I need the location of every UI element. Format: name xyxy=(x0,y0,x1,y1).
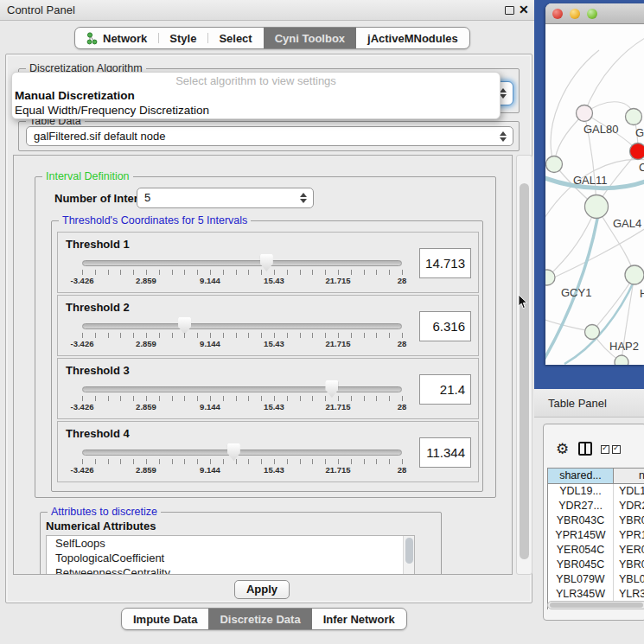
node-table[interactable]: shared... n YDL19...YDL1YDR27...YDR2YBR0… xyxy=(547,468,644,609)
settings-vertical-scrollbar[interactable] xyxy=(516,155,532,575)
table-row[interactable]: YBR045CYBR0 xyxy=(548,558,644,572)
threshold-slider-track[interactable] xyxy=(82,260,402,266)
attributes-scrollbar[interactable] xyxy=(403,536,414,575)
threshold-panel: Threshold 2-3.4262.8599.14415.4321.71528… xyxy=(57,295,479,356)
network-node[interactable] xyxy=(625,265,644,284)
threshold-slider-thumb[interactable] xyxy=(227,443,240,461)
threshold-value-field[interactable]: 21.4 xyxy=(419,374,471,405)
threshold-slider-thumb[interactable] xyxy=(178,317,191,335)
tab-impute-data[interactable]: Impute Data xyxy=(122,609,208,629)
zoom-traffic-light-icon[interactable] xyxy=(587,9,597,19)
attribute-list-item[interactable]: BetweennessCentrality xyxy=(47,565,414,575)
combo-stepper-icon xyxy=(299,193,307,203)
tab-network[interactable]: Network xyxy=(75,28,158,48)
table-row[interactable]: YBR043CYBR0 xyxy=(548,513,644,528)
threshold-slider-track[interactable] xyxy=(82,386,402,392)
table-row[interactable]: YER054CYER0 xyxy=(548,543,644,558)
network-node[interactable] xyxy=(615,355,628,365)
threshold-tick-marks xyxy=(82,459,403,464)
table-panel-titlebar: Table Panel xyxy=(534,389,644,418)
network-node-label: H xyxy=(640,287,644,300)
threshold-slider-track[interactable] xyxy=(82,450,402,456)
threshold-label: Threshold 3 xyxy=(66,364,130,377)
checkbox-icon[interactable] xyxy=(612,445,621,454)
network-node[interactable] xyxy=(585,195,609,219)
column-header-shared[interactable]: shared... xyxy=(548,469,614,483)
algorithm-dropdown: Select algorithm to view settings Manual… xyxy=(11,72,501,119)
network-node-label: C xyxy=(639,161,644,174)
close-icon[interactable]: ✕ xyxy=(519,3,529,16)
attributes-scrollbar-thumb[interactable] xyxy=(405,538,413,564)
table-row[interactable]: YLR345WYLR3 xyxy=(548,587,644,602)
settings-scrollpane: Interval Definition Number of Intervals … xyxy=(13,155,513,575)
network-canvas[interactable]: GAL80GACGAL11GAL4GCY1HHAP2 xyxy=(545,24,644,365)
column-layout-icon[interactable] xyxy=(578,442,592,456)
checkbox-icon[interactable] xyxy=(601,445,609,454)
tab-infer-network[interactable]: Infer Network xyxy=(312,609,406,629)
threshold-slider-thumb[interactable] xyxy=(325,380,338,398)
network-node-label: GCY1 xyxy=(561,286,591,299)
threshold-value-field[interactable]: 14.713 xyxy=(419,248,471,278)
table-panel: Table Panel ⚙ shared... n YDL19...YDL1YD… xyxy=(534,389,644,644)
gear-icon[interactable]: ⚙ xyxy=(556,440,569,458)
network-node[interactable] xyxy=(546,156,563,173)
attribute-list-item[interactable]: TopologicalCoefficient xyxy=(47,551,414,565)
numerical-attributes-list[interactable]: SelfLoopsTopologicalCoefficientBetweenne… xyxy=(46,535,415,575)
table-header-row: shared... n xyxy=(548,469,644,484)
cyni-toolbox-panel: Discretization Algorithm Table Data galF… xyxy=(5,54,532,603)
interval-definition-group: Interval Definition Number of Intervals … xyxy=(35,176,496,498)
threshold-value-field[interactable]: 6.316 xyxy=(419,311,471,341)
network-node[interactable] xyxy=(630,143,644,160)
column-header-name[interactable]: n xyxy=(614,469,644,483)
table-browser-panel: ⚙ shared... n YDL19...YDL1YDR27...YDR2YB… xyxy=(543,424,644,621)
network-node[interactable] xyxy=(545,270,555,285)
threshold-slider-track[interactable] xyxy=(82,323,402,329)
network-window-titlebar[interactable] xyxy=(545,3,644,24)
threshold-slider-thumb[interactable] xyxy=(260,254,273,271)
tab-cyni-toolbox[interactable]: Cyni Toolbox xyxy=(264,28,356,48)
table-panel-title: Table Panel xyxy=(548,397,607,410)
network-node-label: GAL80 xyxy=(583,123,618,136)
float-window-icon[interactable] xyxy=(505,6,514,15)
dropdown-option-equal-width[interactable]: Equal Width/Frequency Discretization xyxy=(12,103,500,118)
table-data-combo[interactable]: galFiltered.sif default node xyxy=(26,126,513,146)
network-window[interactable]: GAL80GACGAL11GAL4GCY1HHAP2 xyxy=(545,3,644,365)
threshold-value-field[interactable]: 11.344 xyxy=(419,437,471,468)
threshold-panel: Threshold 1-3.4262.8599.14415.4321.71528… xyxy=(57,232,479,293)
tab-jactivemnodules[interactable]: jActiveMNodules xyxy=(356,28,469,48)
network-node-label: GA xyxy=(635,126,644,139)
network-node-label: GAL4 xyxy=(613,217,641,230)
tab-discretize-data[interactable]: Discretize Data xyxy=(208,609,311,629)
table-scrollbar-thumb[interactable] xyxy=(550,603,643,608)
network-node[interactable] xyxy=(577,105,593,122)
table-horizontal-scrollbar[interactable] xyxy=(547,601,644,609)
thresholds-list: Threshold 1-3.4262.8599.14415.4321.71528… xyxy=(57,232,479,484)
settings-scrollbar-thumb[interactable] xyxy=(520,183,529,559)
attr-items: SelfLoopsTopologicalCoefficientBetweenne… xyxy=(47,536,414,575)
table-row[interactable]: YPR145WYPR1 xyxy=(548,528,644,543)
threshold-tick-labels: -3.4262.8599.14415.4321.71528 xyxy=(82,465,402,475)
network-node-label: GAL11 xyxy=(573,174,608,187)
threshold-panel: Threshold 3-3.4262.8599.14415.4321.71528… xyxy=(57,358,479,419)
tab-select[interactable]: Select xyxy=(207,28,263,48)
table-row[interactable]: YDR27...YDR2 xyxy=(548,499,644,513)
dropdown-option-manual[interactable]: Manual Discretization xyxy=(12,88,500,103)
close-traffic-light-icon[interactable] xyxy=(552,9,563,19)
interval-definition-title: Interval Definition xyxy=(42,170,133,182)
control-panel-titlebar: Control Panel ✕ xyxy=(0,0,534,21)
number-of-intervals-combo[interactable]: 5 xyxy=(137,188,314,208)
screen: Control Panel ✕ Network Style Select xyxy=(0,0,644,644)
apply-button[interactable]: Apply xyxy=(234,580,290,599)
attributes-group-title: Attributes to discretize xyxy=(48,506,161,518)
network-node[interactable] xyxy=(585,325,600,340)
attribute-list-item[interactable]: SelfLoops xyxy=(47,536,414,551)
threshold-label: Threshold 4 xyxy=(66,427,130,440)
table-row[interactable]: YBL079WYBL0 xyxy=(548,572,644,587)
table-row[interactable]: YDL19...YDL1 xyxy=(548,484,644,499)
minimize-traffic-light-icon[interactable] xyxy=(570,9,580,19)
numerical-attributes-label: Numerical Attributes xyxy=(46,520,156,532)
network-node[interactable] xyxy=(626,109,642,125)
tab-style[interactable]: Style xyxy=(158,28,207,48)
threshold-tick-marks xyxy=(82,270,403,275)
table-body: YDL19...YDL1YDR27...YDR2YBR043CYBR0YPR14… xyxy=(548,484,644,609)
